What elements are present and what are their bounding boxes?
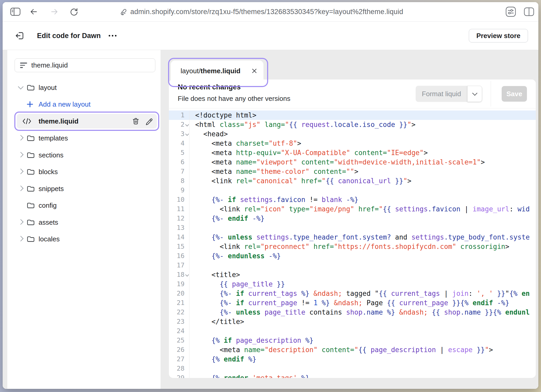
chevron-down-icon [472,90,477,96]
format-liquid-button[interactable]: Format liquid [416,86,482,102]
chevron-icon [18,84,23,89]
code-text: <meta name="viewport" content="width=dev… [189,157,485,167]
code-editor[interactable]: 1<!doctype html>2<html class="js" lang="… [169,108,536,378]
folder-label: templates [39,134,68,142]
sidebar-item-sections[interactable]: sections [7,148,161,162]
code-text: <!doctype html> [189,111,256,120]
delete-file-icon[interactable] [132,117,140,125]
code-text: <meta charset="utf-8"> [189,139,301,148]
fold-chevron-icon[interactable] [185,273,189,277]
sidebar-file-item[interactable]: theme.liquid [17,114,157,128]
line-number: 20 [169,289,189,298]
code-text: {%- endunless -%} [189,251,281,261]
code-line[interactable]: 21 {%- if current_page != 1 %} &ndash; P… [169,298,536,308]
browser-reload-icon[interactable] [69,2,79,21]
code-line[interactable]: 7 <meta name="theme-color" content=""> [169,167,536,176]
code-line[interactable]: 2<html class="js" lang="{{ request.local… [169,120,536,129]
folder-icon [27,151,35,159]
line-number: 3 [169,129,189,139]
browser-back-icon[interactable] [29,2,38,21]
code-line[interactable]: 19 {{ page_title }} [169,279,536,289]
page-settings-icon[interactable] [505,2,517,21]
line-number: 16 [169,251,189,261]
code-line[interactable]: 14 {%- unless settings.type_header_font.… [169,232,536,242]
code-text: <title> [189,270,240,279]
save-button[interactable]: Save [502,86,527,102]
code-line[interactable]: 3 <head> [169,129,536,139]
code-line[interactable]: 4 <meta charset="utf-8"> [169,139,536,148]
code-line[interactable]: 1<!doctype html> [169,111,536,120]
address-bar[interactable]: admin.shopify.com/store/rzq1xu-f5/themes… [119,2,403,21]
code-line[interactable]: 25 {% if page_description %} [169,336,536,345]
chevron-icon [18,186,23,191]
code-line[interactable]: 11 <link rel="icon" type="image/png" hre… [169,204,536,214]
chevron-icon [18,169,23,174]
code-line[interactable]: 12 {%- endif -%} [169,214,536,223]
close-tab-icon[interactable] [251,68,257,74]
sidebar-item-templates[interactable]: templates [7,131,161,145]
code-line[interactable]: 27 {% endif %} [169,354,536,364]
tab-overview-icon[interactable] [523,2,535,21]
sidebar-item-assets[interactable]: assets [7,215,161,230]
code-line[interactable]: 9 [169,186,536,195]
code-line[interactable]: 23 </title> [169,317,536,326]
sidebar-item-layout[interactable]: layout [7,80,161,95]
editor-toolbar: No recent changes File does not have any… [169,79,536,108]
code-line[interactable]: 24 [169,326,536,336]
code-line[interactable]: 22 {%- unless page_title contains shop.n… [169,308,536,317]
code-line[interactable]: 28 [169,364,536,373]
line-number: 29 [169,373,189,378]
code-line[interactable]: 15 <link rel="preconnect" href="https://… [169,242,536,251]
more-actions-icon[interactable] [108,22,118,50]
preview-store-button[interactable]: Preview store [469,29,528,42]
folder-label: locales [39,235,60,243]
browser-sidebar-toggle-icon[interactable] [10,2,21,21]
status-subtitle: File does not have any other versions [178,95,290,103]
browser-forward-icon[interactable] [50,2,59,21]
rename-file-icon[interactable] [145,117,153,125]
code-line[interactable]: 13 [169,223,536,232]
code-text [189,223,195,232]
fold-chevron-icon[interactable] [185,123,189,126]
plus-icon [27,101,33,108]
code-line[interactable]: 10 {%- if settings.favicon != blank -%} [169,195,536,204]
code-line[interactable]: 5 <meta http-equiv="X-UA-Compatible" con… [169,148,536,157]
code-text [189,186,195,195]
code-line[interactable]: 29 {% render 'meta-tags' %} [169,373,536,378]
file-sidebar: layout Add a new layout theme.liquid tem… [7,50,161,389]
sidebar-item-blocks[interactable]: blocks [7,164,161,179]
code-line[interactable]: 18 <title> [169,270,536,279]
line-number: 12 [169,214,189,223]
main-area: layout Add a new layout theme.liquid tem… [3,50,538,389]
code-text: <meta http-equiv="X-UA-Compatible" conte… [189,148,428,157]
exit-editor-icon[interactable] [15,22,25,50]
line-number: 28 [169,364,189,373]
code-line[interactable]: 20 {%- if current_tags %} &ndash; tagged… [169,289,536,298]
folder-icon [27,235,35,243]
code-line[interactable]: 6 <meta name="viewport" content="width=d… [169,157,536,167]
code-line[interactable]: 26 <meta name="description" content="{{ … [169,345,536,354]
line-number: 15 [169,242,189,251]
line-number: 11 [169,204,189,214]
fold-chevron-icon[interactable] [185,132,189,136]
code-line[interactable]: 16 {%- endunless -%} [169,251,536,261]
open-file-tab[interactable]: layout/theme.liquid [171,60,263,81]
chevron-icon [18,152,23,157]
editor-content: layout/theme.liquid No recent changes Fi… [161,50,538,389]
line-number: 1 [169,111,189,120]
code-text [189,261,195,270]
code-text: {% endif %} [189,354,256,364]
sidebar-item-locales[interactable]: locales [7,232,161,246]
line-number: 23 [169,317,189,326]
code-line[interactable]: 17 [169,261,536,270]
toolbar-divider [491,81,491,107]
sidebar-add-layout[interactable]: Add a new layout [7,97,161,112]
code-text: <link rel="icon" type="image/png" href="… [189,204,530,214]
code-line[interactable]: 8 <link rel="canonical" href="{{ canonic… [169,176,536,186]
code-text [189,364,195,373]
sidebar-item-snippets[interactable]: snippets [7,181,161,196]
format-dropdown-button[interactable] [467,86,482,102]
sidebar-item-config[interactable]: config [7,198,161,213]
sidebar-file-item-selected: theme.liquid [14,112,159,131]
folder-icon [27,185,35,193]
